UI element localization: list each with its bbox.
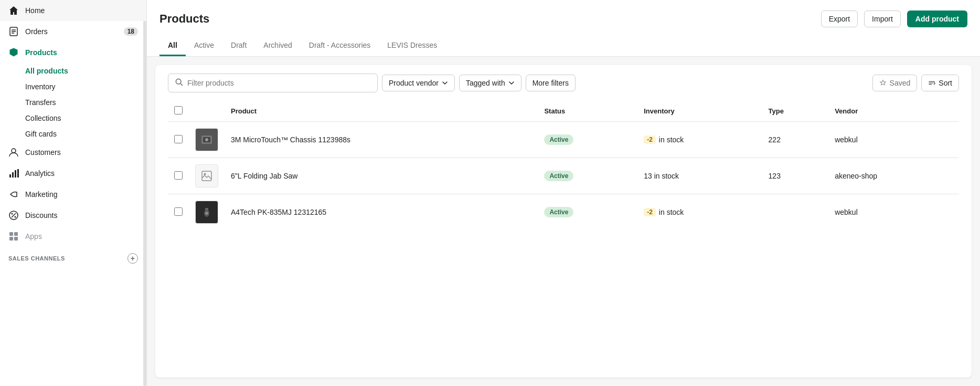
product-inventory-2: -2 in stock [637, 194, 762, 231]
tagged-filter-button[interactable]: Tagged with [459, 75, 521, 91]
col-type: Type [762, 101, 829, 122]
table-row[interactable]: 6"L Folding Jab SawActive13 in stock123a… [168, 158, 959, 194]
col-product: Product [225, 101, 538, 122]
sidebar-sub-collections[interactable]: Collections [0, 110, 146, 126]
sidebar-products-label: Products [25, 48, 57, 57]
home-icon [8, 5, 19, 16]
product-image-1 [195, 164, 218, 187]
orders-badge: 18 [124, 27, 138, 36]
import-button[interactable]: Import [864, 11, 901, 27]
tab-draft[interactable]: Draft [222, 36, 255, 56]
main-content: Products Export Import Add product All A… [147, 0, 980, 386]
header-actions: Export Import Add product [821, 11, 967, 27]
product-vendor-1: akeneo-shop [828, 158, 959, 194]
svg-rect-14 [14, 232, 18, 236]
search-input[interactable] [187, 79, 371, 87]
sidebar-sub-transfers[interactable]: Transfers [0, 95, 146, 110]
apps-icon [8, 231, 19, 242]
status-badge-1: Active [544, 171, 573, 181]
col-status: Status [538, 101, 637, 122]
svg-rect-25 [202, 171, 211, 181]
svg-rect-5 [9, 174, 11, 178]
sidebar-discounts-label: Discounts [25, 211, 57, 220]
table-row[interactable]: 3M MicroTouch™ Chassis 1123988sActive-2 … [168, 122, 959, 158]
row-checkbox-1[interactable] [174, 171, 183, 180]
more-filters-button[interactable]: More filters [526, 75, 576, 91]
sidebar-home-label: Home [25, 6, 45, 15]
content-area: Product vendor Tagged with More filters … [155, 65, 972, 378]
sidebar-item-marketing[interactable]: Marketing [0, 184, 146, 205]
customers-icon [8, 147, 19, 158]
row-checkbox-0[interactable] [174, 135, 183, 143]
saved-button[interactable]: Saved [872, 75, 918, 91]
svg-rect-6 [12, 172, 14, 178]
sidebar-item-products[interactable]: Products [0, 42, 146, 63]
table-row[interactable]: A4Tech PK-835MJ 12312165Active-2 in stoc… [168, 194, 959, 231]
search-wrap[interactable] [168, 74, 378, 92]
product-name-2: A4Tech PK-835MJ 12312165 [225, 194, 538, 231]
product-image-2 [195, 201, 218, 224]
export-button[interactable]: Export [821, 11, 858, 27]
svg-rect-28 [205, 208, 208, 210]
products-table: Product Status Inventory Type Vendor 3M … [168, 101, 959, 230]
sidebar-item-analytics[interactable]: Analytics [0, 163, 146, 184]
svg-point-26 [204, 173, 206, 175]
sidebar-item-customers[interactable]: Customers [0, 142, 146, 163]
tab-active[interactable]: Active [186, 36, 222, 56]
svg-rect-13 [9, 232, 13, 236]
page-title: Products [159, 12, 209, 26]
add-sales-channel-button[interactable]: + [127, 253, 138, 264]
product-name-1: 6"L Folding Jab Saw [225, 158, 538, 194]
analytics-icon [8, 168, 19, 179]
sidebar-apps-label: Apps [25, 232, 42, 241]
orders-icon [8, 26, 19, 37]
product-status-2: Active [538, 194, 637, 231]
svg-line-18 [180, 84, 182, 85]
svg-rect-16 [14, 237, 18, 241]
product-image-0 [195, 128, 218, 151]
sort-button[interactable]: Sort [921, 75, 959, 91]
product-name-0: 3M MicroTouch™ Chassis 1123988s [225, 122, 538, 158]
product-type-2 [762, 194, 829, 231]
sidebar-orders-label: Orders [25, 27, 48, 36]
svg-point-24 [205, 138, 208, 141]
page-header: Products Export Import Add product All A… [147, 0, 980, 57]
tab-draft-accessories[interactable]: Draft - Accessories [301, 36, 379, 56]
tab-all[interactable]: All [159, 36, 186, 56]
sidebar-customers-label: Customers [25, 148, 61, 157]
product-tabs: All Active Draft Archived Draft - Access… [159, 36, 967, 56]
sidebar-sub-inventory[interactable]: Inventory [0, 79, 146, 95]
sidebar-item-home[interactable]: Home [0, 0, 146, 21]
sidebar-item-orders[interactable]: Orders 18 [0, 21, 146, 42]
inventory-neg-badge-0: -2 [644, 135, 656, 144]
svg-point-11 [12, 213, 13, 215]
product-type-1: 123 [762, 158, 829, 194]
svg-rect-8 [17, 169, 19, 178]
search-icon [175, 78, 183, 88]
svg-rect-7 [15, 170, 16, 178]
tab-archived[interactable]: Archived [255, 36, 300, 56]
row-checkbox-2[interactable] [174, 207, 183, 216]
product-status-0: Active [538, 122, 637, 158]
sidebar-analytics-label: Analytics [25, 169, 55, 178]
select-all-checkbox[interactable] [174, 106, 183, 114]
marketing-icon [8, 189, 19, 200]
col-inventory: Inventory [637, 101, 762, 122]
sidebar-sub-all-products[interactable]: All products [0, 63, 146, 79]
status-badge-2: Active [544, 207, 573, 217]
tab-levis-dresses[interactable]: LEVIS Dresses [379, 36, 445, 56]
sidebar-item-apps[interactable]: Apps [0, 226, 146, 247]
filter-bar: Product vendor Tagged with More filters … [168, 74, 959, 92]
star-icon [879, 79, 887, 87]
col-vendor: Vendor [828, 101, 959, 122]
vendor-filter-button[interactable]: Product vendor [382, 75, 455, 91]
sidebar-marketing-label: Marketing [25, 190, 57, 199]
add-product-button[interactable]: Add product [907, 11, 967, 27]
svg-point-12 [15, 216, 16, 218]
chevron-down-icon-2 [508, 80, 515, 86]
inventory-neg-badge-2: -2 [644, 208, 656, 216]
product-inventory-0: -2 in stock [637, 122, 762, 158]
sort-icon [928, 79, 935, 87]
sidebar-sub-gift-cards[interactable]: Gift cards [0, 126, 146, 142]
sidebar-item-discounts[interactable]: Discounts [0, 205, 146, 226]
